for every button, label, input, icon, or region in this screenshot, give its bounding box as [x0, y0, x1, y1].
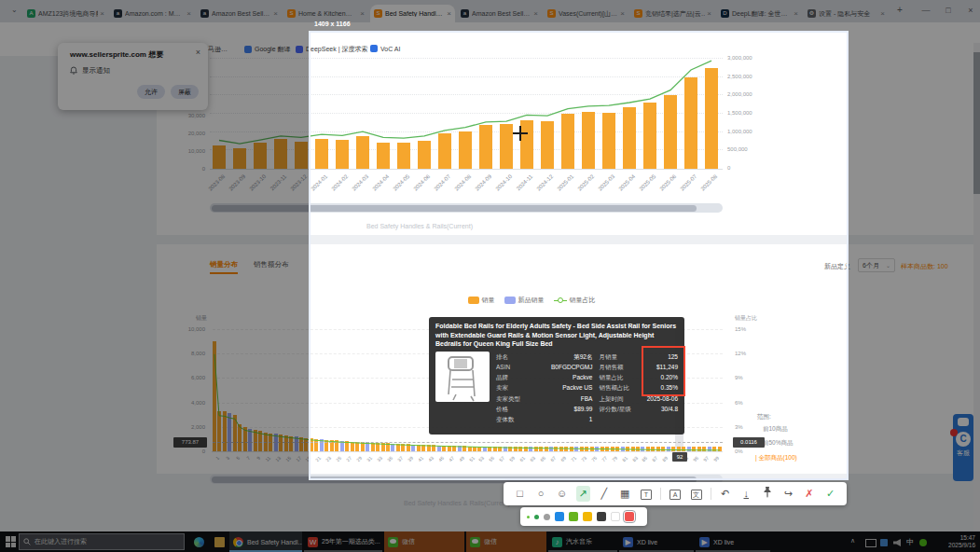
bar[interactable]: [600, 447, 604, 451]
bar[interactable]: [656, 447, 660, 451]
taskbar-item-edge[interactable]: [190, 531, 209, 552]
bar[interactable]: [254, 430, 257, 451]
bar[interactable]: [477, 447, 481, 451]
tab-volume-distribution[interactable]: 销量分布: [210, 260, 238, 269]
bar[interactable]: [274, 139, 287, 169]
bar[interactable]: [289, 436, 293, 451]
tab-3[interactable]: aAmazon Best Sell…×: [197, 5, 282, 22]
bar[interactable]: [314, 439, 318, 451]
tray-app-dot-icon[interactable]: [919, 539, 927, 546]
taskbar-item-chrome[interactable]: Bed Safety Handl...: [229, 531, 302, 552]
bar[interactable]: [238, 424, 242, 451]
share-tool[interactable]: ↪: [781, 486, 795, 502]
bar-new-product[interactable]: [574, 447, 578, 451]
bar[interactable]: [304, 438, 308, 451]
taskbar-item-wps[interactable]: W25年第一期选品类...: [304, 531, 382, 552]
stroke-size-dot[interactable]: [544, 514, 550, 520]
taskbar-search[interactable]: 在此键入进行搜索: [19, 533, 185, 550]
undo-tool[interactable]: ↶: [718, 486, 732, 502]
bar[interactable]: [386, 443, 390, 451]
bar[interactable]: [508, 447, 512, 451]
range-option-top50[interactable]: 前50%商品: [763, 439, 794, 448]
bar[interactable]: [401, 444, 405, 451]
bar[interactable]: [682, 447, 685, 451]
bookmark-item[interactable]: VoC AI: [370, 45, 400, 52]
bar[interactable]: [376, 443, 380, 451]
app-tray-icon[interactable]: [880, 539, 888, 546]
bar[interactable]: [336, 140, 349, 169]
bar[interactable]: [684, 77, 697, 169]
tab-9[interactable]: DDeepL翻译: 全世…×: [717, 5, 802, 22]
bar[interactable]: [671, 447, 675, 451]
bar-new-product[interactable]: [641, 447, 644, 451]
bar[interactable]: [702, 447, 706, 451]
tab-5[interactable]: SBed Safety Handl…×: [370, 5, 455, 22]
bar[interactable]: [254, 143, 267, 169]
bar[interactable]: [661, 447, 665, 451]
bar[interactable]: [213, 341, 216, 451]
bar[interactable]: [697, 447, 701, 451]
bar[interactable]: [371, 443, 375, 451]
maximize-button[interactable]: □: [937, 0, 959, 21]
bar-new-product[interactable]: [248, 429, 252, 451]
bar-new-product[interactable]: [366, 442, 369, 451]
tab-close-icon[interactable]: ×: [533, 9, 538, 18]
bar[interactable]: [692, 447, 696, 451]
bar-new-product[interactable]: [295, 436, 298, 451]
bar-new-product[interactable]: [483, 447, 487, 451]
color-swatch[interactable]: [611, 512, 620, 521]
bar[interactable]: [677, 447, 681, 451]
bar-new-product[interactable]: [549, 447, 553, 451]
bar[interactable]: [315, 139, 328, 169]
customer-service-widget[interactable]: C 客服: [953, 414, 973, 481]
tab-close-icon[interactable]: ×: [620, 9, 625, 18]
bar-new-product[interactable]: [708, 447, 711, 451]
bar[interactable]: [421, 445, 425, 451]
bar[interactable]: [279, 435, 283, 451]
color-swatch[interactable]: [569, 512, 578, 521]
bar[interactable]: [432, 445, 435, 451]
horizontal-scrollbar-top[interactable]: [210, 203, 723, 213]
tab-close-icon[interactable]: ×: [273, 9, 278, 18]
emoji-tool[interactable]: ☺: [555, 486, 569, 502]
bar[interactable]: [459, 131, 472, 169]
bar[interactable]: [518, 447, 522, 451]
bookmark-item[interactable]: Google 翻译: [244, 45, 291, 54]
bar[interactable]: [498, 447, 502, 451]
bar[interactable]: [615, 447, 619, 451]
bar[interactable]: [541, 121, 554, 169]
bar[interactable]: [626, 447, 629, 451]
bar-new-product[interactable]: [621, 447, 625, 451]
bar[interactable]: [442, 446, 446, 451]
bar[interactable]: [564, 447, 568, 451]
bar[interactable]: [299, 437, 303, 451]
mosaic-tool[interactable]: ▦: [618, 486, 632, 502]
tab-10[interactable]: ⚙设置 - 隐私与安全×: [804, 5, 889, 22]
confirm-tool[interactable]: ✓: [823, 486, 837, 502]
tab-close-icon[interactable]: ×: [707, 9, 711, 18]
bar[interactable]: [351, 442, 354, 451]
text-tool[interactable]: T: [639, 486, 653, 502]
minimize-button[interactable]: —: [915, 0, 937, 21]
bar[interactable]: [559, 447, 563, 451]
period-select[interactable]: 6个月 ⌄: [858, 258, 895, 272]
tab-7[interactable]: SVases(Current)[山…×: [544, 5, 628, 22]
bar-new-product[interactable]: [391, 444, 394, 451]
arrow-tool[interactable]: ↗: [576, 486, 590, 502]
taskbar-item-live[interactable]: ▶XD live: [619, 531, 694, 552]
tab-2[interactable]: aAmazon.com : M…×: [110, 5, 195, 22]
tab-close-icon[interactable]: ×: [880, 9, 885, 18]
start-button[interactable]: [6, 536, 17, 547]
bar-new-product[interactable]: [411, 445, 415, 451]
download-tool[interactable]: ↓: [739, 486, 753, 502]
display-icon[interactable]: [865, 539, 876, 547]
stroke-size-dot[interactable]: [527, 516, 530, 518]
tab-search-icon[interactable]: ⌄: [11, 6, 18, 14]
tab-close-icon[interactable]: ×: [447, 9, 451, 18]
bar[interactable]: [448, 446, 451, 451]
taskbar-item-folder[interactable]: [211, 531, 229, 552]
taskbar-clock[interactable]: 15:47 2025/9/16: [931, 534, 975, 549]
tab-8[interactable]: S竞销结果|选产品|云…×: [630, 5, 715, 22]
color-swatch[interactable]: [597, 512, 606, 521]
color-swatch[interactable]: [583, 512, 592, 521]
